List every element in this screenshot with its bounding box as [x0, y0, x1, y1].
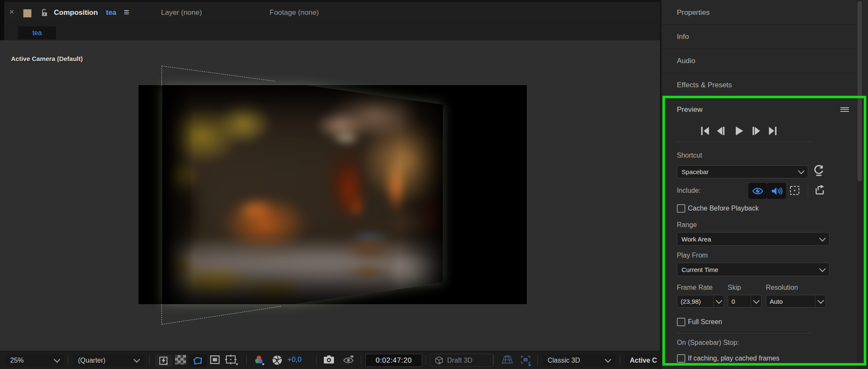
panel-color-swatch — [23, 9, 31, 17]
tab-layer[interactable]: Layer (none) — [161, 8, 202, 17]
composition-tab-strip: tea — [0, 21, 660, 40]
current-time-field[interactable]: 0:02:47:20 — [365, 354, 422, 367]
transparency-grid-icon[interactable] — [175, 355, 186, 365]
panel-tab-audio[interactable]: Audio — [677, 57, 838, 67]
draft-3d-toggle[interactable]: Draft 3D — [430, 354, 493, 367]
exposure-value[interactable]: +0,0 — [287, 355, 302, 364]
tab-footage[interactable]: Footage (none) — [270, 8, 319, 17]
chevron-down-icon — [605, 356, 612, 363]
panel-menu-icon[interactable]: ≡ — [124, 7, 129, 18]
composition-viewer[interactable]: Active Camera (Default) — [0, 40, 660, 351]
close-panel-icon[interactable]: × — [9, 8, 14, 16]
composition-tab-tea[interactable]: tea — [18, 26, 56, 39]
viewer-tab-bar: × Composition tea ≡ Layer (none) Footage… — [0, 0, 660, 21]
layer-wireframe-bottom-edge — [162, 306, 281, 325]
panel-tab-info[interactable]: Info — [677, 33, 838, 43]
fast-preview-icon[interactable] — [155, 355, 172, 367]
3d-ground-plane-icon[interactable] — [501, 355, 514, 366]
panel-tab-effects-presets[interactable]: Effects & Presets — [677, 81, 838, 91]
cube-icon — [434, 356, 444, 365]
snapshot-camera-icon[interactable] — [323, 355, 335, 365]
renderer-dropdown[interactable]: Classic 3D — [542, 354, 615, 366]
3d-view-gizmo-icon[interactable] — [520, 355, 533, 367]
chevron-down-icon — [54, 356, 61, 363]
show-snapshot-eye-icon[interactable] — [342, 355, 354, 365]
viewer-toolbar: 25% (Quarter) — [0, 351, 660, 369]
panel-tab-properties[interactable]: Properties — [677, 8, 838, 19]
composition-frame[interactable] — [139, 85, 527, 304]
region-of-interest-icon[interactable] — [209, 355, 220, 365]
3d-view-dropdown[interactable]: Active C — [625, 354, 660, 366]
lock-icon[interactable] — [41, 8, 48, 17]
tab-composition-name[interactable]: tea — [106, 8, 117, 17]
layer-wireframe-top-edge — [161, 66, 275, 81]
mask-visibility-icon[interactable] — [189, 355, 207, 367]
guides-options-icon[interactable] — [225, 355, 239, 366]
chevron-down-icon — [134, 356, 140, 363]
after-effects-window: × Composition tea ≡ Layer (none) Footage… — [0, 0, 868, 369]
exposure-shutter-icon[interactable] — [272, 355, 283, 366]
active-camera-label: Active Camera (Default) — [11, 55, 83, 62]
left-edge — [0, 0, 4, 40]
resolution-dropdown[interactable]: (Quarter) — [73, 354, 144, 366]
video-vignette — [139, 85, 527, 304]
magnification-dropdown[interactable]: 25% — [5, 354, 64, 366]
layer-wireframe-left-bottom — [161, 304, 162, 325]
highlight-box-preview-panel — [662, 96, 866, 366]
tab-composition[interactable]: Composition — [54, 8, 98, 17]
channels-rgb-icon[interactable] — [253, 355, 267, 366]
layer-wireframe-left-top — [161, 66, 162, 86]
video-layer[interactable] — [139, 85, 527, 304]
